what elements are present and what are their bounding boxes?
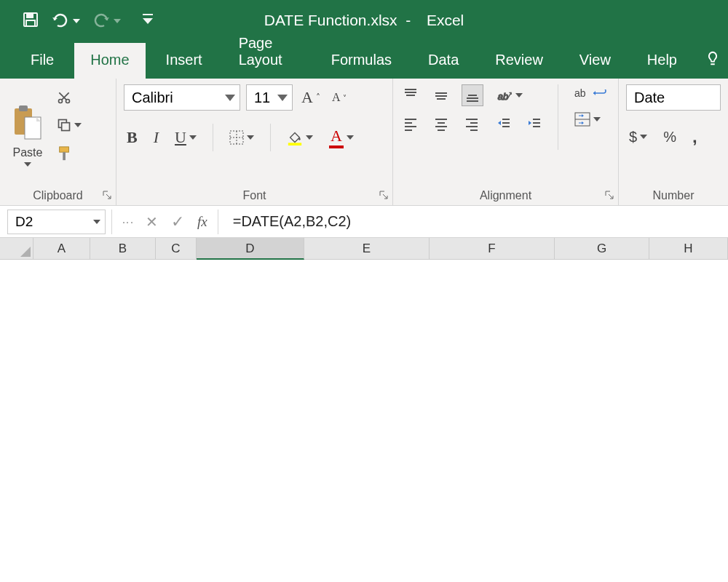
font-name-value: Calibri <box>132 89 173 106</box>
borders-button[interactable] <box>226 127 257 148</box>
clipboard-group-label: Clipboard <box>33 189 82 202</box>
number-format-dropdown[interactable]: Date <box>626 84 721 111</box>
increase-indent-icon[interactable] <box>524 113 545 134</box>
select-all-cell[interactable] <box>0 238 33 260</box>
col-header-E[interactable]: E <box>304 238 430 260</box>
svg-rect-1 <box>27 13 33 17</box>
format-painter-icon[interactable] <box>54 143 84 164</box>
number-format-value: Date <box>634 89 665 106</box>
app-name: Excel <box>427 12 464 28</box>
cut-icon[interactable] <box>54 87 84 108</box>
font-color-button[interactable]: A <box>326 124 357 151</box>
clipboard-launcher-icon[interactable] <box>103 189 111 202</box>
group-alignment: ab ab Alignment <box>393 79 619 205</box>
italic-button[interactable]: I <box>151 125 162 150</box>
formula-input[interactable]: =DATE(A2,B2,C2) <box>218 213 728 230</box>
col-header-D[interactable]: D <box>197 238 304 260</box>
tab-help[interactable]: Help <box>631 43 693 79</box>
tab-data[interactable]: Data <box>412 43 475 79</box>
name-box[interactable]: D2 <box>7 210 106 234</box>
number-group-label: Number <box>653 189 695 202</box>
tab-file[interactable]: File <box>15 43 70 79</box>
expand-formula-icon[interactable]: ⋮ <box>121 217 135 227</box>
font-name-dropdown[interactable]: Calibri <box>124 84 240 111</box>
bold-button[interactable]: B <box>124 125 141 150</box>
spreadsheet-grid: ABCDEFGH1YearMonthDayResult220204174/17/… <box>0 238 728 264</box>
alignment-group-label: Alignment <box>480 189 531 202</box>
font-size-dropdown[interactable]: 11 <box>246 84 293 111</box>
tab-home[interactable]: Home <box>74 43 145 79</box>
quick-access-toolbar <box>7 11 153 31</box>
alignment-launcher-icon[interactable] <box>605 189 614 202</box>
align-left-icon[interactable] <box>400 113 421 134</box>
name-box-value: D2 <box>15 214 33 230</box>
save-icon[interactable] <box>22 11 39 31</box>
tab-page-layout[interactable]: Page Layout <box>223 26 311 79</box>
fx-button[interactable]: fx <box>197 214 207 230</box>
group-number: Date $ % , Number <box>619 79 728 205</box>
svg-rect-10 <box>62 123 70 131</box>
align-top-icon[interactable] <box>400 85 421 105</box>
col-header-G[interactable]: G <box>555 238 649 260</box>
font-group-label: Font <box>242 189 266 202</box>
svg-rect-5 <box>19 105 28 111</box>
tab-formulas[interactable]: Formulas <box>315 43 408 79</box>
tell-me-icon[interactable] <box>697 41 728 79</box>
copy-icon[interactable] <box>54 115 84 135</box>
currency-button[interactable]: $ <box>626 126 650 148</box>
paste-label: Paste <box>13 146 43 159</box>
align-right-icon[interactable] <box>462 113 482 134</box>
qat-customize-icon[interactable] <box>143 14 153 28</box>
tab-review[interactable]: Review <box>479 43 559 79</box>
font-launcher-icon[interactable] <box>379 189 388 202</box>
align-bottom-icon[interactable] <box>462 84 483 106</box>
svg-rect-11 <box>60 147 69 152</box>
formula-bar: D2 ⋮ ✕ ✓ fx =DATE(A2,B2,C2) <box>0 206 728 238</box>
align-center-icon[interactable] <box>431 113 451 134</box>
font-size-value: 11 <box>254 89 270 106</box>
fill-color-button[interactable] <box>284 127 316 148</box>
svg-text:ab: ab <box>498 91 508 102</box>
svg-rect-3 <box>143 14 153 15</box>
enter-formula-icon[interactable]: ✓ <box>171 212 184 231</box>
decrease-font-icon[interactable]: A˅ <box>329 88 350 107</box>
svg-rect-16 <box>288 143 301 146</box>
col-header-C[interactable]: C <box>156 238 197 260</box>
tab-view[interactable]: View <box>563 43 627 79</box>
paste-button[interactable]: Paste <box>7 84 48 186</box>
align-middle-icon[interactable] <box>431 85 451 105</box>
col-header-F[interactable]: F <box>430 238 555 260</box>
col-header-B[interactable]: B <box>90 238 156 260</box>
merge-button[interactable] <box>571 109 611 129</box>
title-bar: DATE Function.xlsx - Excel <box>0 0 728 42</box>
undo-icon[interactable] <box>51 13 80 29</box>
orientation-icon[interactable]: ab <box>494 84 526 106</box>
underline-button[interactable]: U <box>172 125 199 150</box>
ribbon: Paste Clipboard Calibri 11 A˄ <box>0 79 728 206</box>
wrap-text-button[interactable]: ab <box>571 84 611 102</box>
window-title: DATE Function.xlsx - Excel <box>264 12 464 29</box>
group-clipboard: Paste Clipboard <box>0 79 116 205</box>
increase-font-icon[interactable]: A˄ <box>298 85 323 110</box>
cancel-formula-icon[interactable]: ✕ <box>146 213 158 231</box>
comma-button[interactable]: , <box>689 124 700 150</box>
col-header-H[interactable]: H <box>649 238 728 260</box>
redo-icon <box>92 13 121 29</box>
svg-rect-12 <box>63 152 66 160</box>
tab-insert[interactable]: Insert <box>150 43 218 79</box>
percent-button[interactable]: % <box>660 126 679 148</box>
decrease-indent-icon[interactable] <box>494 113 514 134</box>
file-name: DATE Function.xlsx <box>264 12 397 28</box>
ribbon-tabs: File Home Insert Page Layout Formulas Da… <box>0 42 728 79</box>
svg-rect-2 <box>26 20 35 26</box>
col-header-A[interactable]: A <box>33 238 90 260</box>
group-font: Calibri 11 A˄ A˅ B I U A Font <box>116 79 393 205</box>
